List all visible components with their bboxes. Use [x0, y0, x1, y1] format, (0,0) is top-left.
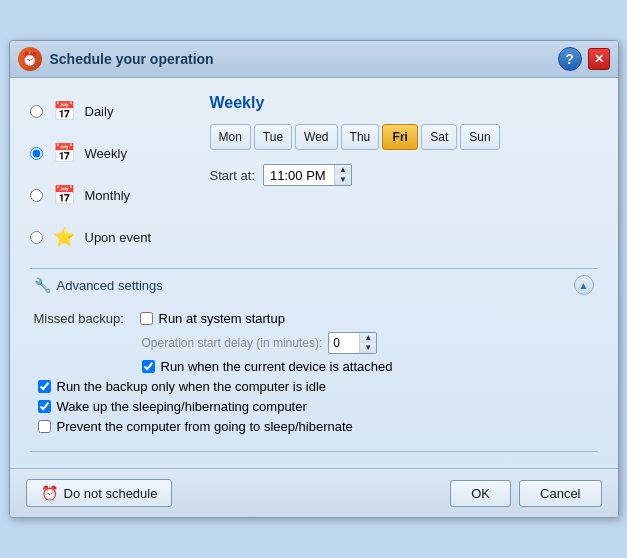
prevent-sleep-checkbox[interactable]: [38, 420, 51, 433]
time-input[interactable]: [264, 166, 334, 185]
event-icon: ⭐: [51, 224, 77, 250]
missed-backup-label: Missed backup:: [34, 311, 134, 326]
delay-spinner: ▲ ▼: [359, 333, 376, 353]
footer-right: OK Cancel: [450, 480, 601, 507]
radio-event[interactable]: [30, 231, 43, 244]
radio-item-monthly: 📅 Monthly: [30, 178, 190, 212]
cancel-button[interactable]: Cancel: [519, 480, 601, 507]
start-at-label: Start at:: [210, 168, 256, 183]
event-label: Upon event: [85, 230, 152, 245]
weekly-icon: 📅: [51, 140, 77, 166]
dialog-content: 📅 Daily 📅 Weekly 📅 Monthly ⭐ Upon event: [10, 78, 618, 468]
delay-row: Operation start delay (in minutes): ▲ ▼: [142, 332, 594, 354]
radio-weekly[interactable]: [30, 147, 43, 160]
weekly-label: Weekly: [85, 146, 127, 161]
wake-up-checkbox[interactable]: [38, 400, 51, 413]
title-bar-left: Schedule your operation: [18, 47, 214, 71]
time-input-wrapper: ▲ ▼: [263, 164, 352, 186]
advanced-label: Advanced settings: [57, 278, 163, 293]
day-fri[interactable]: Fri: [382, 124, 418, 150]
radio-item-daily: 📅 Daily: [30, 94, 190, 128]
collapse-button[interactable]: ▲: [574, 275, 594, 295]
run-at-startup-label: Run at system startup: [159, 311, 285, 326]
advanced-header-left: 🔧 Advanced settings: [34, 277, 163, 293]
run-idle-row: Run the backup only when the computer is…: [38, 379, 594, 394]
dialog-title: Schedule your operation: [50, 51, 214, 67]
delay-spin-down[interactable]: ▼: [360, 343, 376, 353]
footer-left: ⏰ Do not schedule: [26, 479, 173, 507]
delay-spin-up[interactable]: ▲: [360, 333, 376, 343]
advanced-section: 🔧 Advanced settings ▲ Missed backup: Run…: [30, 268, 598, 452]
day-sat[interactable]: Sat: [421, 124, 457, 150]
prevent-sleep-label: Prevent the computer from going to sleep…: [57, 419, 353, 434]
day-wed[interactable]: Wed: [295, 124, 337, 150]
wrench-icon: 🔧: [34, 277, 51, 293]
monthly-icon: 📅: [51, 182, 77, 208]
wake-up-row: Wake up the sleeping/hibernating compute…: [38, 399, 594, 414]
monthly-label: Monthly: [85, 188, 131, 203]
do-not-schedule-icon: ⏰: [41, 485, 58, 501]
radio-monthly[interactable]: [30, 189, 43, 202]
run-when-attached-checkbox[interactable]: [142, 360, 155, 373]
start-at-row: Start at: ▲ ▼: [210, 164, 598, 186]
day-mon[interactable]: Mon: [210, 124, 251, 150]
run-idle-checkbox[interactable]: [38, 380, 51, 393]
wake-up-label: Wake up the sleeping/hibernating compute…: [57, 399, 307, 414]
do-not-schedule-label: Do not schedule: [64, 486, 158, 501]
do-not-schedule-button[interactable]: ⏰ Do not schedule: [26, 479, 173, 507]
run-when-attached-label: Run when the current device is attached: [161, 359, 393, 374]
title-bar: Schedule your operation ? ✕: [10, 41, 618, 78]
delay-input[interactable]: [329, 335, 359, 351]
run-idle-label: Run the backup only when the computer is…: [57, 379, 327, 394]
weekly-panel: Weekly Mon Tue Wed Thu Fri Sat Sun Start…: [210, 94, 598, 254]
schedule-section: 📅 Daily 📅 Weekly 📅 Monthly ⭐ Upon event: [30, 94, 598, 254]
missed-backup-row: Missed backup: Run at system startup: [34, 311, 594, 326]
dialog-icon: [18, 47, 42, 71]
day-thu[interactable]: Thu: [341, 124, 380, 150]
day-sun[interactable]: Sun: [460, 124, 499, 150]
time-spin-up[interactable]: ▲: [335, 165, 351, 175]
day-buttons: Mon Tue Wed Thu Fri Sat Sun: [210, 124, 598, 150]
daily-icon: 📅: [51, 98, 77, 124]
daily-label: Daily: [85, 104, 114, 119]
schedule-dialog: Schedule your operation ? ✕ 📅 Daily 📅 We…: [9, 40, 619, 518]
dialog-footer: ⏰ Do not schedule OK Cancel: [10, 468, 618, 517]
weekly-title: Weekly: [210, 94, 598, 112]
advanced-header[interactable]: 🔧 Advanced settings ▲: [30, 269, 598, 301]
help-button[interactable]: ?: [558, 47, 582, 71]
close-button[interactable]: ✕: [588, 48, 610, 70]
day-tue[interactable]: Tue: [254, 124, 292, 150]
run-when-attached-row: Run when the current device is attached: [142, 359, 594, 374]
time-spinner: ▲ ▼: [334, 165, 351, 185]
radio-item-weekly: 📅 Weekly: [30, 136, 190, 170]
delay-label: Operation start delay (in minutes):: [142, 336, 323, 350]
radio-item-event: ⭐ Upon event: [30, 220, 190, 254]
run-at-startup-checkbox[interactable]: [140, 312, 153, 325]
radio-daily[interactable]: [30, 105, 43, 118]
advanced-content: Missed backup: Run at system startup Ope…: [30, 301, 598, 451]
schedule-radio-options: 📅 Daily 📅 Weekly 📅 Monthly ⭐ Upon event: [30, 94, 190, 254]
prevent-sleep-row: Prevent the computer from going to sleep…: [38, 419, 594, 434]
ok-button[interactable]: OK: [450, 480, 511, 507]
time-spin-down[interactable]: ▼: [335, 175, 351, 185]
delay-input-wrapper: ▲ ▼: [328, 332, 377, 354]
